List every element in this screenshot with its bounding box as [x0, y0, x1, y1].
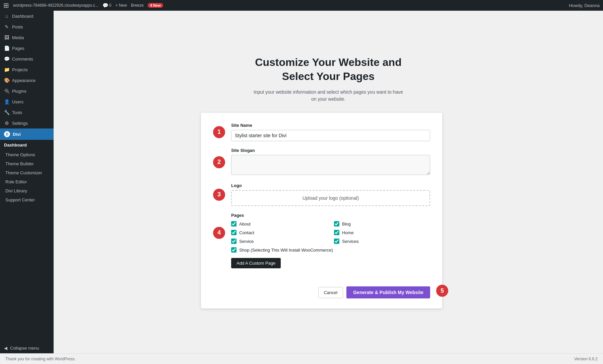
- page-checkbox-contact[interactable]: Contact: [231, 230, 327, 235]
- step-2-badge: 2: [213, 156, 225, 168]
- divi-submenu: Dashboard Theme Options Theme Builder Th…: [0, 140, 54, 204]
- settings-icon: ⚙: [4, 120, 9, 126]
- dashboard-icon: ⌂: [4, 13, 9, 19]
- version-text: Version 6.6.2: [574, 357, 598, 361]
- site-name-group: 1 Site Name: [231, 123, 430, 141]
- sidebar-item-media[interactable]: 🖼 Media: [0, 32, 54, 43]
- add-custom-wrapper: Add A Custom Page: [231, 258, 430, 276]
- sidebar-item-role-editor[interactable]: Role Editor: [0, 177, 54, 186]
- sidebar-item-appearance[interactable]: 🎨 Appearance: [0, 75, 54, 86]
- page-checkbox-blog-input[interactable]: [334, 221, 339, 226]
- page-checkbox-services[interactable]: Services: [334, 239, 430, 244]
- plugins-icon: 🔌: [4, 88, 9, 94]
- new-button[interactable]: + New: [116, 3, 127, 8]
- page-title: Customize Your Website andSelect Your Pa…: [201, 56, 456, 83]
- logo-group: 3 Logo Upload your logo (optional): [231, 183, 430, 206]
- sidebar-item-support-center[interactable]: Support Center: [0, 195, 54, 204]
- page-checkbox-home-input[interactable]: [334, 230, 339, 235]
- sidebar-item-plugins[interactable]: 🔌 Plugins: [0, 86, 54, 96]
- wp-logo-icon[interactable]: ⊞: [3, 1, 9, 9]
- site-name-input[interactable]: [231, 130, 430, 141]
- site-url[interactable]: wordpress-784896-4922926.cloudwaysapps.c…: [13, 3, 98, 8]
- page-heading: Customize Your Website andSelect Your Pa…: [201, 56, 456, 103]
- appearance-icon: 🎨: [4, 78, 9, 83]
- pages-grid: About Blog Contact: [231, 221, 430, 253]
- sidebar-item-dashboard[interactable]: ⌂ Dashboard: [0, 11, 54, 21]
- page-checkbox-shop[interactable]: Shop (Selecting This Will Install WooCom…: [231, 247, 430, 253]
- site-slogan-label: Site Slogan: [231, 148, 430, 153]
- divi-dashboard-label: Dashboard: [0, 140, 54, 150]
- sidebar-item-theme-builder[interactable]: Theme Builder: [0, 159, 54, 168]
- page-checkbox-service-input[interactable]: [231, 239, 237, 244]
- site-slogan-input[interactable]: [231, 155, 430, 175]
- collapse-icon: ◀: [4, 346, 7, 351]
- page-subtitle: Input your website information and selec…: [201, 89, 456, 103]
- logo-upload-area[interactable]: Upload your logo (optional): [231, 190, 430, 206]
- howdy-text: Howdy, Deanna: [569, 3, 600, 8]
- thank-you-text: Thank you for creating with WordPress.: [5, 357, 76, 361]
- divi-icon: D: [4, 131, 10, 137]
- step-1-badge: 1: [213, 126, 225, 138]
- new-badge: 4 New: [148, 3, 163, 8]
- generate-publish-button[interactable]: Generate & Publish My Website: [346, 286, 430, 298]
- logo-label: Logo: [231, 183, 430, 188]
- step-5-badge: 5: [436, 285, 448, 297]
- divi-header[interactable]: D Divi: [0, 128, 54, 140]
- page-checkbox-service[interactable]: Service: [231, 239, 327, 244]
- pages-label: Pages: [231, 213, 430, 218]
- form-actions: Cancel Generate & Publish My Website 5: [213, 283, 430, 298]
- modal-card-inner: 1 Site Name 2 Site Slogan 3 Logo U: [201, 113, 442, 308]
- page-checkbox-about-input[interactable]: [231, 221, 237, 226]
- users-icon: 👤: [4, 99, 9, 104]
- sidebar-item-users[interactable]: 👤 Users: [0, 96, 54, 107]
- sidebar-item-comments[interactable]: 💬 Comments: [0, 54, 54, 64]
- pages-icon: 📄: [4, 46, 9, 51]
- posts-icon: ✎: [4, 24, 9, 29]
- comments-icon: 💬: [4, 56, 9, 62]
- add-custom-page-button[interactable]: Add A Custom Page: [231, 258, 281, 268]
- sidebar-item-posts[interactable]: ✎ Posts: [0, 21, 54, 32]
- content-wrapper: Customize Your Website andSelect Your Pa…: [201, 56, 456, 308]
- sidebar: ⌂ Dashboard ✎ Posts 🖼 Media 📄 Pages 💬 Co…: [0, 11, 54, 353]
- media-icon: 🖼: [4, 35, 9, 40]
- tools-icon: 🔧: [4, 110, 9, 115]
- step-4-badge: 4: [213, 227, 225, 239]
- site-slogan-group: 2 Site Slogan: [231, 148, 430, 176]
- projects-icon: 📁: [4, 67, 9, 72]
- main-content: Customize Your Website andSelect Your Pa…: [54, 11, 603, 353]
- page-checkbox-shop-input[interactable]: [231, 247, 237, 253]
- site-name-label: Site Name: [231, 123, 430, 128]
- page-checkbox-services-input[interactable]: [334, 239, 339, 244]
- sidebar-item-projects[interactable]: 📁 Projects: [0, 64, 54, 75]
- sidebar-item-theme-options[interactable]: Theme Options: [0, 150, 54, 159]
- page-checkbox-blog[interactable]: Blog: [334, 221, 430, 226]
- page-checkbox-home[interactable]: Home: [334, 230, 430, 235]
- sidebar-item-pages[interactable]: 📄 Pages: [0, 43, 54, 54]
- sidebar-item-theme-customizer[interactable]: Theme Customizer: [0, 168, 54, 177]
- bottom-bar: Thank you for creating with WordPress. V…: [0, 353, 603, 364]
- divi-section: D Divi: [0, 128, 54, 140]
- step-3-badge: 3: [213, 189, 225, 201]
- breeze-plugin[interactable]: Breeze: [131, 3, 144, 8]
- page-checkbox-about[interactable]: About: [231, 221, 327, 226]
- modal-card: 1 Site Name 2 Site Slogan 3 Logo U: [201, 113, 442, 308]
- pages-group: 4 Pages About Blog: [231, 213, 430, 253]
- cancel-button[interactable]: Cancel: [318, 287, 343, 298]
- sidebar-item-divi-library[interactable]: Divi Library: [0, 186, 54, 195]
- page-checkbox-contact-input[interactable]: [231, 230, 237, 235]
- sidebar-item-tools[interactable]: 🔧 Tools: [0, 107, 54, 118]
- sidebar-item-settings[interactable]: ⚙ Settings: [0, 118, 54, 128]
- collapse-menu-button[interactable]: ◀ Collapse menu: [0, 343, 54, 353]
- top-bar: ⊞ wordpress-784896-4922926.cloudwaysapps…: [0, 0, 603, 11]
- comments-icon[interactable]: 💬 0: [103, 3, 112, 8]
